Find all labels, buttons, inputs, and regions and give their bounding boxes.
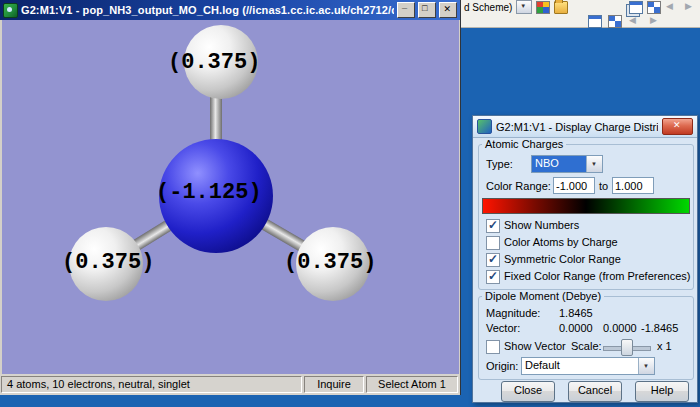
color-atoms-by-charge-checkbox[interactable] <box>486 236 500 250</box>
vector-scale-slider-thumb[interactable] <box>621 339 633 356</box>
vector-label: Vector: <box>486 322 520 334</box>
vector-x-value: 0.0000 <box>559 322 593 334</box>
charge-gradient-bar <box>482 198 690 214</box>
tile-windows-icon[interactable] <box>647 1 661 14</box>
scale-value: x 1 <box>657 340 672 352</box>
charge-type-select[interactable]: NBO <box>531 155 603 173</box>
type-label: Type: <box>486 158 513 170</box>
color-range-min-input[interactable] <box>553 177 595 194</box>
charge-label-h-top: (0.375) <box>168 50 260 75</box>
color-range-to-label: to <box>599 180 608 192</box>
app-icon <box>3 3 18 18</box>
show-numbers-checkbox[interactable] <box>486 219 500 233</box>
charge-distribution-dialog: G2:M1:V1 - Display Charge Distribution A… <box>472 115 698 403</box>
symmetric-color-range-checkbox[interactable] <box>486 253 500 267</box>
scheme-combo-label: d Scheme) <box>464 2 512 13</box>
help-button[interactable]: Help <box>635 381 689 402</box>
desktop: G2:M1:V1 - pop_NH3_output_MO_CH.log (//i… <box>0 0 700 407</box>
status-mode: Inquire <box>304 376 364 393</box>
top-toolbar: d Scheme) <box>461 0 700 28</box>
status-selection: Select Atom 1 <box>366 376 458 393</box>
close-button[interactable]: Close <box>501 381 555 402</box>
color-atoms-by-charge-label: Color Atoms by Charge <box>504 236 618 248</box>
charge-type-value: NBO <box>532 156 586 172</box>
magnitude-label: Magnitude: <box>486 307 540 319</box>
charge-type-dropdown-arrow[interactable] <box>586 156 602 172</box>
grid-view-icon[interactable] <box>608 15 622 28</box>
back-arrow-icon[interactable] <box>665 1 679 14</box>
molecule-viewport[interactable]: (0.375) (-1.125) (0.375) (0.375) <box>2 20 459 374</box>
scheme-dropdown-button[interactable] <box>516 0 532 14</box>
color-range-max-input[interactable] <box>612 177 654 194</box>
dipole-moment-group-label: Dipole Moment (Debye) <box>482 290 604 302</box>
show-numbers-label: Show Numbers <box>504 219 579 231</box>
charge-label-h-left: (0.375) <box>62 250 154 275</box>
origin-value: Default <box>522 358 638 374</box>
dialog-icon <box>477 119 492 134</box>
close-window-button[interactable] <box>439 2 457 18</box>
charge-label-h-right: (0.375) <box>284 250 376 275</box>
cascade-windows-icon[interactable] <box>629 1 643 14</box>
next-view-icon[interactable] <box>648 15 662 28</box>
cancel-button[interactable]: Cancel <box>568 381 622 402</box>
molecule-window-title: G2:M1:V1 - pop_NH3_output_MO_CH.log (//i… <box>21 4 394 16</box>
forward-arrow-icon[interactable] <box>683 1 697 14</box>
origin-dropdown-arrow[interactable] <box>638 358 654 374</box>
new-view-icon[interactable] <box>588 15 602 28</box>
open-folder-icon[interactable] <box>554 1 568 14</box>
molecule-window: G2:M1:V1 - pop_NH3_output_MO_CH.log (//i… <box>0 0 461 395</box>
dialog-close-button[interactable] <box>662 118 693 135</box>
maximize-button[interactable] <box>418 2 436 18</box>
magnitude-value: 1.8465 <box>559 307 593 319</box>
show-vector-checkbox[interactable] <box>486 340 500 354</box>
show-vector-label: Show Vector <box>504 340 566 352</box>
fixed-color-range-label: Fixed Color Range (from Preferences) <box>504 270 690 282</box>
minimize-button[interactable] <box>397 2 415 18</box>
symmetric-color-range-label: Symmetric Color Range <box>504 253 621 265</box>
charge-label-nitrogen: (-1.125) <box>156 180 262 205</box>
dialog-title: G2:M1:V1 - Display Charge Distribution <box>496 121 658 133</box>
toolbar-row-2 <box>461 14 700 28</box>
status-molecule-info: 4 atoms, 10 electrons, neutral, singlet <box>1 376 302 393</box>
status-bar: 4 atoms, 10 electrons, neutral, singlet … <box>0 374 459 395</box>
previous-view-icon[interactable] <box>628 15 642 28</box>
vector-y-value: 0.0000 <box>603 322 637 334</box>
scale-label: Scale: <box>571 340 602 352</box>
dialog-titlebar[interactable]: G2:M1:V1 - Display Charge Distribution <box>473 116 697 138</box>
molecule-window-titlebar[interactable]: G2:M1:V1 - pop_NH3_output_MO_CH.log (//i… <box>0 0 460 20</box>
atomic-charges-group-label: Atomic Charges <box>482 138 566 150</box>
vector-z-value: -1.8465 <box>641 322 678 334</box>
toolbar-row-1: d Scheme) <box>461 0 700 14</box>
color-range-label: Color Range: <box>486 180 551 192</box>
origin-select[interactable]: Default <box>521 357 655 375</box>
fixed-color-range-checkbox[interactable] <box>486 270 500 284</box>
origin-label: Origin: <box>486 360 518 372</box>
color-scheme-icon[interactable] <box>536 1 550 14</box>
